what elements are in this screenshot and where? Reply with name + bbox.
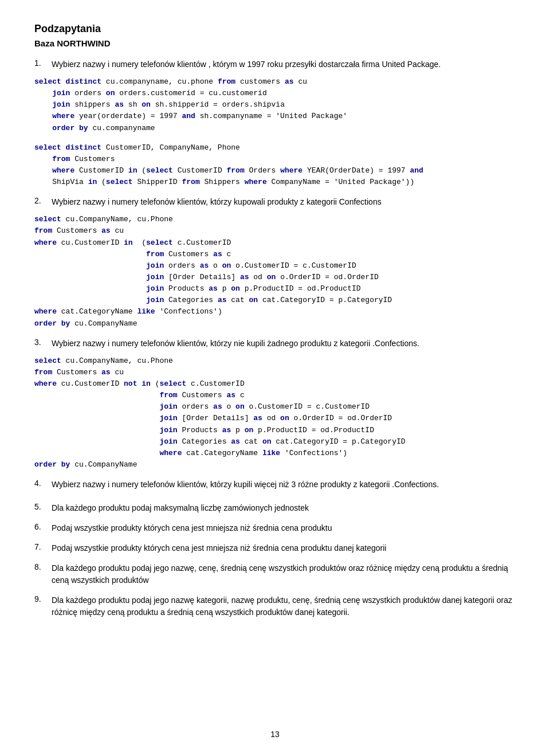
item-number: 2. xyxy=(34,196,52,208)
item-number: 7. xyxy=(34,542,52,554)
list-item: 7. Podaj wszystkie produkty których cena… xyxy=(34,542,516,554)
item-text: Wybierz nazwy i numery telefonów klientó… xyxy=(52,479,516,491)
item-text: Wybierz nazwy i numery telefonów klientó… xyxy=(52,196,516,208)
code-block-3: select cu.CompanyName, cu.Phone from Cus… xyxy=(34,355,516,471)
item-text: Podaj wszystkie produkty których cena je… xyxy=(52,542,516,554)
item-number: 8. xyxy=(34,562,52,586)
code-block-1b: select distinct CustomerID, CompanyName,… xyxy=(34,142,516,189)
item-number: 6. xyxy=(34,522,52,534)
item-text: Wybierz nazwy i numery telefonów klientó… xyxy=(52,58,516,70)
item-number: 3. xyxy=(34,338,52,350)
list-item: 1. Wybierz nazwy i numery telefonów klie… xyxy=(34,58,516,70)
list-item: 6. Podaj wszystkie produkty których cena… xyxy=(34,522,516,534)
item-text: Podaj wszystkie produkty których cena je… xyxy=(52,522,516,534)
list-item: 3. Wybierz nazwy i numery telefonów klie… xyxy=(34,338,516,350)
list-item: 5. Dla każdego produktu podaj maksymalną… xyxy=(34,502,516,514)
code-block-1a: select distinct cu.companyname, cu.phone… xyxy=(34,76,516,134)
item-text: Dla każdego produktu podaj maksymalną li… xyxy=(52,502,516,514)
page-number: 13 xyxy=(270,730,280,739)
item-number: 4. xyxy=(34,479,52,491)
code-block-2: select cu.CompanyName, cu.Phone from Cus… xyxy=(34,214,516,329)
item-number: 5. xyxy=(34,502,52,514)
list-item: 4. Wybierz nazwy i numery telefonów klie… xyxy=(34,479,516,491)
sub-title: Baza NORTHWIND xyxy=(34,38,516,48)
list-item: 9. Dla każdego produktu podaj jego nazwę… xyxy=(34,594,516,618)
list-item: 2. Wybierz nazwy i numery telefonów klie… xyxy=(34,196,516,208)
item-text: Wybierz nazwy i numery telefonów klientó… xyxy=(52,338,516,350)
item-text: Dla każdego produktu podaj jego nazwę ka… xyxy=(52,594,516,618)
main-title: Podzapytania xyxy=(34,23,516,35)
item-number: 1. xyxy=(34,58,52,70)
list-item: 8. Dla każdego produktu podaj jego nazwę… xyxy=(34,562,516,586)
item-text: Dla każdego produktu podaj jego nazwę, c… xyxy=(52,562,516,586)
item-number: 9. xyxy=(34,594,52,618)
